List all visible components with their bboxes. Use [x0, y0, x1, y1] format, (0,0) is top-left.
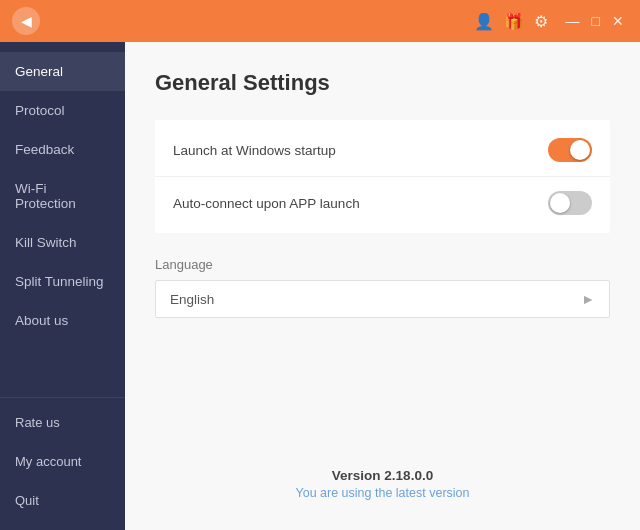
sidebar-item-rate-us[interactable]: Rate us [0, 403, 125, 442]
sidebar-label-about-us: About us [15, 313, 68, 328]
setting-row-launch-startup: Launch at Windows startup [155, 124, 610, 177]
sidebar-item-about-us[interactable]: About us [0, 301, 125, 340]
sidebar-item-feedback[interactable]: Feedback [0, 130, 125, 169]
window-controls: — □ ✕ [562, 11, 628, 31]
sidebar-label-feedback: Feedback [15, 142, 74, 157]
auto-connect-toggle[interactable] [548, 191, 592, 215]
sidebar-bottom: Rate us My account Quit [0, 397, 125, 530]
language-value: English [170, 292, 214, 307]
auto-connect-label: Auto-connect upon APP launch [173, 196, 360, 211]
launch-startup-thumb [570, 140, 590, 160]
back-button[interactable]: ◀ [12, 7, 40, 35]
sidebar-label-my-account: My account [15, 454, 81, 469]
sidebar-nav: General Protocol Feedback Wi-Fi Protecti… [0, 52, 125, 397]
settings-icon[interactable]: ⚙ [534, 12, 548, 31]
sidebar-item-general[interactable]: General [0, 52, 125, 91]
sidebar-label-quit: Quit [15, 493, 39, 508]
minimize-button[interactable]: — [562, 11, 584, 31]
close-button[interactable]: ✕ [608, 11, 628, 31]
chevron-right-icon: ► [581, 291, 595, 307]
language-section-title: Language [155, 257, 610, 272]
sidebar-item-my-account[interactable]: My account [0, 442, 125, 481]
setting-row-auto-connect: Auto-connect upon APP launch [155, 177, 610, 229]
sidebar-label-protocol: Protocol [15, 103, 65, 118]
sidebar: General Protocol Feedback Wi-Fi Protecti… [0, 42, 125, 530]
sidebar-label-wifi: Wi-Fi Protection [15, 181, 110, 211]
sidebar-item-wifi-protection[interactable]: Wi-Fi Protection [0, 169, 125, 223]
version-status: You are using the latest version [155, 486, 610, 500]
sidebar-label-split-tunneling: Split Tunneling [15, 274, 104, 289]
user-icon[interactable]: 👤 [474, 12, 494, 31]
title-bar: ◀ 👤 🎁 ⚙ — □ ✕ [0, 0, 640, 42]
auto-connect-thumb [550, 193, 570, 213]
back-icon: ◀ [21, 13, 32, 29]
sidebar-label-kill-switch: Kill Switch [15, 235, 77, 250]
gift-icon[interactable]: 🎁 [504, 12, 524, 31]
launch-startup-label: Launch at Windows startup [173, 143, 336, 158]
maximize-button[interactable]: □ [588, 11, 604, 31]
version-section: Version 2.18.0.0 You are using the lates… [155, 468, 610, 510]
sidebar-label-general: General [15, 64, 63, 79]
sidebar-label-rate-us: Rate us [15, 415, 60, 430]
version-number: Version 2.18.0.0 [155, 468, 610, 483]
title-bar-right: 👤 🎁 ⚙ — □ ✕ [474, 11, 628, 31]
sidebar-item-kill-switch[interactable]: Kill Switch [0, 223, 125, 262]
settings-card: Launch at Windows startup Auto-connect u… [155, 120, 610, 233]
sidebar-item-protocol[interactable]: Protocol [0, 91, 125, 130]
page-title: General Settings [155, 70, 610, 96]
content-area: General Settings Launch at Windows start… [125, 42, 640, 530]
sidebar-item-quit[interactable]: Quit [0, 481, 125, 520]
main-container: General Protocol Feedback Wi-Fi Protecti… [0, 42, 640, 530]
launch-startup-toggle[interactable] [548, 138, 592, 162]
language-selector[interactable]: English ► [155, 280, 610, 318]
sidebar-item-split-tunneling[interactable]: Split Tunneling [0, 262, 125, 301]
title-bar-left: ◀ [12, 7, 40, 35]
